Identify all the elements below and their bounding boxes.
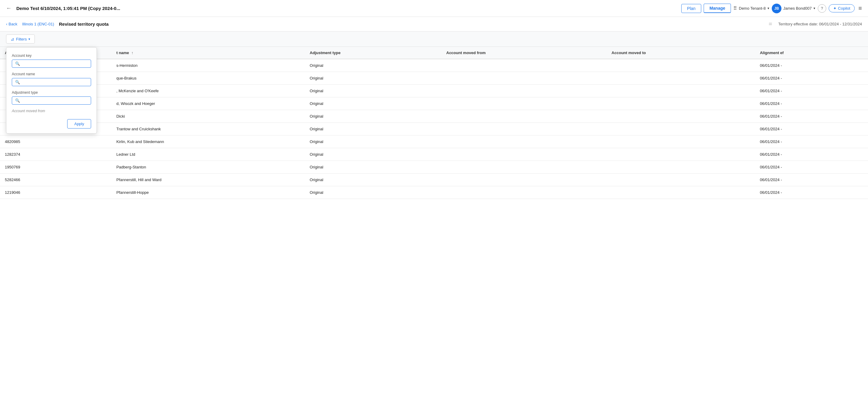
data-table-container: Account key t name ↑ Adjustment type Acc… (0, 47, 868, 199)
back-label: Back (8, 22, 17, 26)
data-table: Account key t name ↑ Adjustment type Acc… (0, 47, 868, 199)
cell-alignment-eff: 06/01/2024 - (755, 174, 868, 186)
cell-adjustment-type: Original (305, 85, 441, 97)
account-key-input[interactable] (22, 61, 88, 66)
cell-adjustment-type: Original (305, 186, 441, 199)
cell-account-moved-to (607, 174, 755, 186)
cell-account-moved-from (441, 161, 607, 174)
account-name-input-wrap: 🔍 (12, 78, 91, 86)
cell-account-name: Ledner Ltd (112, 148, 305, 161)
tenant-selector[interactable]: ⠿ Demo Tenant-8 ▾ (733, 5, 769, 11)
cell-account-moved-to (607, 161, 755, 174)
breadcrumb-bar: ‹ Back Illinois 1 (ENC-01) Revised terri… (0, 17, 868, 31)
col-header-account-name[interactable]: t name ↑ (112, 47, 305, 59)
topbar-title: Demo Test 6/10/2024, 1:05:41 PM (Copy 20… (17, 6, 678, 11)
topbar: ← Demo Test 6/10/2024, 1:05:41 PM (Copy … (0, 0, 868, 17)
cell-account-name: Padberg-Stanton (112, 161, 305, 174)
filter-icon: ⊿ (10, 37, 14, 41)
cell-account-moved-from (441, 135, 607, 148)
account-key-label: Account key (12, 54, 91, 58)
apps-icon: ⠿ (733, 5, 737, 11)
cell-account-key: 1282374 (0, 148, 112, 161)
breadcrumb-territory-link[interactable]: Illinois 1 (ENC-01) (22, 22, 54, 26)
cell-alignment-eff: 06/01/2024 - (755, 186, 868, 199)
adjustment-type-input-wrap: 🔍 (12, 97, 91, 105)
cell-account-name: que-Brakus (112, 72, 305, 85)
cell-alignment-eff: 06/01/2024 - (755, 97, 868, 110)
col-header-adjustment-type[interactable]: Adjustment type (305, 47, 441, 59)
cell-account-name: Pfannerstill-Hoppe (112, 186, 305, 199)
cell-alignment-eff: 06/01/2024 - (755, 135, 868, 148)
cell-alignment-eff: 06/01/2024 - (755, 148, 868, 161)
user-menu[interactable]: JB James Bond007 ▾ (772, 4, 815, 13)
table-row: que-BrakusOriginal06/01/2024 - (0, 72, 868, 85)
help-button[interactable]: ? (818, 4, 826, 13)
cell-account-key: 1950769 (0, 161, 112, 174)
copilot-label: Copilot (838, 6, 850, 10)
territory-effective-date: Territory effective date: 06/01/2024 - 1… (778, 22, 862, 26)
cell-adjustment-type: Original (305, 135, 441, 148)
tenant-name: Demo Tenant-8 (739, 6, 766, 10)
topbar-actions: Plan Manage ⠿ Demo Tenant-8 ▾ JB James B… (681, 4, 863, 13)
cell-account-moved-to (607, 186, 755, 199)
topbar-back-button[interactable]: ← (5, 4, 13, 13)
cell-account-name: s-Hermiston (112, 59, 305, 72)
adjustment-type-label: Adjustment type (12, 91, 91, 95)
table-row: 1219046Pfannerstill-HoppeOriginal06/01/2… (0, 186, 868, 199)
manage-button[interactable]: Manage (704, 4, 731, 13)
tenant-chevron: ▾ (768, 6, 769, 10)
account-name-search-icon: 🔍 (15, 80, 20, 84)
table-row: Trantow and CruickshankOriginal06/01/202… (0, 123, 868, 135)
cell-alignment-eff: 06/01/2024 - (755, 123, 868, 135)
cell-account-moved-from (441, 186, 607, 199)
cell-account-name: Trantow and Cruickshank (112, 123, 305, 135)
table-row: 5282466Pfannerstill, Hill and WardOrigin… (0, 174, 868, 186)
col-header-alignment-eff[interactable]: Alignment ef (755, 47, 868, 59)
col-header-account-moved-to[interactable]: Account moved to (607, 47, 755, 59)
cell-alignment-eff: 06/01/2024 - (755, 59, 868, 72)
cell-account-moved-to (607, 72, 755, 85)
account-name-input[interactable] (22, 80, 88, 84)
cell-account-moved-to (607, 85, 755, 97)
cell-alignment-eff: 06/01/2024 - (755, 110, 868, 123)
cell-account-moved-from (441, 110, 607, 123)
cell-adjustment-type: Original (305, 148, 441, 161)
cell-account-moved-to (607, 59, 755, 72)
cell-account-moved-from (441, 72, 607, 85)
table-row: 1950769Padberg-StantonOriginal06/01/2024… (0, 161, 868, 174)
back-chevron-icon: ‹ (6, 22, 7, 26)
table-row: 4820985Kirlin, Kub and StiedemannOrigina… (0, 135, 868, 148)
cell-account-moved-from (441, 59, 607, 72)
cell-account-moved-to (607, 110, 755, 123)
drag-handle-icon[interactable]: = (769, 21, 772, 28)
user-name: James Bond007 (783, 6, 812, 10)
cell-account-name: Pfannerstill, Hill and Ward (112, 174, 305, 186)
adjustment-type-search-icon: 🔍 (15, 98, 20, 103)
breadcrumb-page-title: Revised territory quota (59, 22, 108, 27)
copilot-button[interactable]: ✦ Copilot (829, 4, 855, 12)
apply-button[interactable]: Apply (67, 119, 91, 129)
breadcrumb-back-button[interactable]: ‹ Back (6, 22, 17, 26)
cell-account-moved-from (441, 97, 607, 110)
adjustment-type-input[interactable] (22, 98, 88, 103)
filters-button[interactable]: ⊿ Filters ▾ (6, 34, 35, 43)
table-body: s-HermistonOriginal06/01/2024 -que-Braku… (0, 59, 868, 199)
cell-alignment-eff: 06/01/2024 - (755, 72, 868, 85)
col-header-account-moved-from[interactable]: Account moved from (441, 47, 607, 59)
filters-chevron-icon: ▾ (28, 37, 30, 41)
cell-account-name: Kirlin, Kub and Stiedemann (112, 135, 305, 148)
cell-account-moved-to (607, 97, 755, 110)
account-name-label: Account name (12, 72, 91, 76)
cell-account-name: d, Wisozk and Hoeger (112, 97, 305, 110)
help-icon: ? (821, 6, 823, 10)
filters-label: Filters (16, 37, 27, 41)
table-row: DickiOriginal06/01/2024 - (0, 110, 868, 123)
hamburger-menu-button[interactable]: ≡ (857, 4, 863, 13)
cell-alignment-eff: 06/01/2024 - (755, 85, 868, 97)
filters-bar: ⊿ Filters ▾ Account key 🔍 Account name 🔍… (0, 31, 868, 47)
copilot-icon: ✦ (833, 6, 837, 10)
plan-button[interactable]: Plan (681, 4, 701, 13)
cell-adjustment-type: Original (305, 59, 441, 72)
cell-adjustment-type: Original (305, 123, 441, 135)
table-header-row: Account key t name ↑ Adjustment type Acc… (0, 47, 868, 59)
